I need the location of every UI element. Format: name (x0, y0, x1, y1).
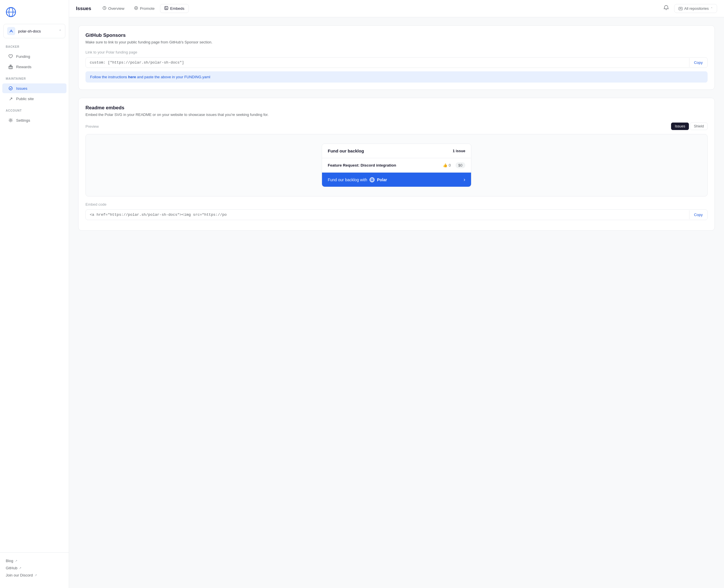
all-repositories-label: All repositories (684, 6, 709, 10)
fund-card: Fund our backlog 1 issue Feature Request… (322, 144, 471, 187)
all-repos-chevron-icon: ⌃ (710, 7, 713, 10)
sidebar-item-settings[interactable]: Settings (2, 115, 66, 125)
readme-embeds-title: Readme embeds (85, 105, 708, 111)
fund-card-issue-row: Feature Request: Discord integration 👍 0… (322, 158, 471, 173)
sidebar-footer: Blog ↗ GitHub ↗ Join our Discord ↗ (0, 552, 69, 583)
fund-card-header: Fund our backlog 1 issue (322, 144, 471, 158)
embeds-tab-icon (164, 6, 168, 11)
github-ext-icon: ↗ (19, 566, 21, 570)
sidebar-logo-area (0, 5, 69, 24)
heart-icon (8, 54, 13, 59)
page-title: Issues (76, 6, 91, 12)
topbar: Issues Overview Promote Embeds (69, 0, 724, 17)
tab-embeds-label: Embeds (170, 6, 184, 10)
toggle-shield-button[interactable]: Shield (690, 123, 708, 130)
workspace-selector[interactable]: polar-sh-docs ⌃ (3, 24, 65, 38)
tab-promote-label: Promote (140, 6, 154, 10)
thumbs-count: 0 (449, 163, 451, 167)
fund-card-count: 1 issue (453, 149, 465, 153)
link-box-label: Link to your Polar funding page (85, 50, 708, 55)
maintainer-section: MAINTAINER (0, 75, 69, 83)
github-link-label: GitHub (6, 566, 17, 570)
github-link[interactable]: GitHub ↗ (6, 564, 63, 572)
fund-card-issue-meta: 👍 0 $0 (443, 162, 465, 168)
embed-code-label: Embed code (85, 202, 708, 207)
funding-link-input[interactable] (86, 58, 689, 68)
info-text-after: and paste the above in your FUNDING.yaml (136, 75, 210, 79)
sidebar: polar-sh-docs ⌃ BACKER Funding Rewards M… (0, 0, 69, 588)
discord-link-label: Join our Discord (6, 573, 33, 578)
svg-point-11 (136, 7, 137, 8)
sidebar-item-public-site[interactable]: ↗ Public site (2, 94, 66, 104)
sidebar-item-funding[interactable]: Funding (2, 51, 66, 61)
info-text: Follow the instructions (90, 75, 128, 79)
maintainer-label: MAINTAINER (6, 77, 63, 80)
content-area: GitHub Sponsors Make sure to link to you… (69, 17, 724, 588)
svg-rect-5 (10, 66, 12, 69)
svg-rect-4 (9, 66, 13, 69)
account-label: ACCOUNT (6, 109, 63, 112)
funding-link-input-row: Copy (85, 57, 708, 68)
github-sponsors-title: GitHub Sponsors (85, 33, 708, 38)
topbar-tabs: Overview Promote Embeds (98, 4, 657, 13)
workspace-chevron-icon: ⌃ (59, 29, 62, 33)
toggle-issues-button[interactable]: Issues (671, 123, 689, 130)
backer-section: BACKER (0, 43, 69, 51)
tab-promote[interactable]: Promote (130, 4, 159, 13)
rewards-label: Rewards (16, 65, 32, 69)
github-sponsors-subtitle: Make sure to link to your public funding… (85, 40, 708, 44)
polar-logo-small-icon (370, 177, 375, 182)
overview-tab-icon (102, 6, 106, 11)
promote-tab-icon (134, 6, 138, 11)
external-link-icon: ↗ (8, 96, 13, 101)
info-link[interactable]: here (128, 75, 136, 79)
sidebar-item-issues[interactable]: Issues (2, 83, 66, 93)
tab-overview[interactable]: Overview (98, 4, 129, 13)
info-banner: Follow the instructions here and paste t… (85, 71, 708, 83)
copy-funding-link-button[interactable]: Copy (689, 58, 707, 67)
fund-btn-brand: Polar (377, 177, 387, 182)
main-content: Issues Overview Promote Embeds (69, 0, 724, 588)
settings-label: Settings (16, 118, 30, 123)
preview-toggle: Issues Shield (671, 123, 708, 130)
polar-logo-icon (6, 7, 16, 17)
fund-card-issue-title: Feature Request: Discord integration (328, 163, 396, 167)
tab-embeds[interactable]: Embeds (160, 4, 189, 13)
account-section: ACCOUNT (0, 107, 69, 115)
blog-link-label: Blog (6, 559, 13, 563)
public-site-label: Public site (16, 97, 34, 101)
gift-icon (8, 64, 13, 69)
fund-btn-arrow-icon: › (463, 176, 465, 183)
svg-point-8 (10, 120, 12, 121)
tab-overview-label: Overview (108, 6, 124, 10)
readme-embeds-section: Readme embeds Embed the Polar SVG in you… (78, 98, 715, 231)
all-repositories-button[interactable]: All repositories ⌃ (674, 4, 717, 13)
funding-label: Funding (16, 55, 30, 59)
preview-frame: Fund our backlog 1 issue Feature Request… (85, 134, 708, 196)
issues-nav-icon (8, 86, 13, 91)
svg-point-10 (135, 7, 138, 10)
readme-embeds-subtitle: Embed the Polar SVG in your README or on… (85, 112, 708, 117)
notification-button[interactable] (662, 3, 671, 14)
fund-button[interactable]: Fund our backlog with Polar › (322, 173, 471, 187)
discord-ext-icon: ↗ (35, 574, 37, 577)
settings-icon (8, 118, 13, 123)
discord-link[interactable]: Join our Discord ↗ (6, 572, 63, 579)
svg-rect-3 (8, 28, 14, 34)
workspace-name: polar-sh-docs (18, 29, 56, 34)
copy-embed-code-button[interactable]: Copy (689, 210, 707, 219)
svg-point-7 (9, 87, 13, 90)
embed-code-input-row: Copy (85, 209, 708, 220)
issues-nav-label: Issues (16, 86, 27, 91)
workspace-avatar (7, 27, 15, 35)
fund-card-title: Fund our backlog (328, 148, 364, 153)
fund-btn-content: Fund our backlog with Polar (328, 177, 387, 182)
thumbs-up-count: 👍 0 (443, 163, 451, 167)
blog-ext-icon: ↗ (15, 559, 17, 562)
embed-code-input[interactable] (86, 210, 689, 220)
thumbs-up-icon: 👍 (443, 163, 448, 167)
preview-header: Preview Issues Shield (85, 123, 708, 130)
backer-label: BACKER (6, 45, 63, 48)
blog-link[interactable]: Blog ↗ (6, 557, 63, 564)
sidebar-item-rewards[interactable]: Rewards (2, 62, 66, 71)
